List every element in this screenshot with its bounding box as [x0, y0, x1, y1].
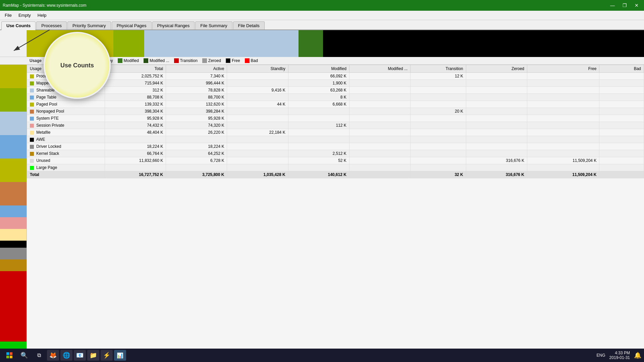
cell-total — [105, 136, 166, 143]
taskbar-lang: ENG — [597, 353, 605, 358]
cell-total: 312 K — [105, 87, 166, 94]
cell-free — [527, 150, 599, 157]
use-counts-table: Usage Total Active Standby Modified Modi… — [27, 65, 644, 178]
cell-usage: Unused — [27, 157, 105, 164]
legend-zeroed: Zeroed — [202, 58, 221, 63]
taskbar-app3[interactable]: 📧 — [74, 350, 86, 361]
cell-bad — [599, 87, 644, 94]
col-header-modified2[interactable]: Modified ... — [349, 65, 410, 73]
cell-total: 11,832,660 K — [105, 157, 166, 164]
cell-transition — [411, 94, 466, 101]
taskbar-app5[interactable]: ⚡ — [101, 350, 113, 361]
cell-bad — [599, 101, 644, 108]
cell-modified2 — [349, 87, 410, 94]
cell-standby: 22,184 K — [227, 129, 288, 136]
col-header-transition[interactable]: Transition — [411, 65, 466, 73]
tab-priority-summary[interactable]: Priority Summary — [67, 21, 111, 29]
cell-active: 26,220 K — [166, 129, 227, 136]
cell-total: 66,764 K — [105, 150, 166, 157]
cell-bad — [599, 143, 644, 150]
cell-bad — [599, 129, 644, 136]
cell-zeroed — [466, 136, 527, 143]
legend-transition: Transition — [174, 58, 198, 63]
cell-free — [527, 94, 599, 101]
cell-standby: 44 K — [227, 101, 288, 108]
cell-bad — [599, 136, 644, 143]
tab-use-counts[interactable]: Use Counts — [1, 21, 36, 30]
cell-total: 48,404 K — [105, 129, 166, 136]
cell-total: 18,224 K — [105, 143, 166, 150]
task-view-button[interactable]: ⧉ — [32, 350, 46, 361]
col-header-bad[interactable]: Bad — [599, 65, 644, 73]
taskbar-firefox[interactable]: 🦊 — [47, 350, 59, 361]
notification-icon[interactable]: 🔔 — [634, 352, 641, 359]
legend-modified: Modified — [118, 58, 139, 63]
legend-free-label: Free — [232, 58, 240, 63]
taskbar-rammap[interactable]: 📊 — [114, 350, 126, 361]
search-button[interactable]: 🔍 — [17, 350, 31, 361]
menu-empty[interactable]: Empty — [15, 11, 34, 19]
cell-transition: 20 K — [411, 108, 466, 115]
minimize-button[interactable]: — — [608, 2, 617, 9]
cell-free — [527, 129, 599, 136]
table-container[interactable]: Usage Total Active Standby Modified Modi… — [27, 65, 644, 349]
col-header-total[interactable]: Total — [105, 65, 166, 73]
cell-usage: Paged Pool — [27, 101, 105, 108]
tab-physical-pages[interactable]: Physical Pages — [112, 21, 152, 29]
cell-bad — [599, 150, 644, 157]
cell-transition — [411, 157, 466, 164]
tab-file-details[interactable]: File Details — [233, 21, 265, 29]
cell-modified2 — [349, 143, 410, 150]
cell-total-total: 16,727,752 K — [105, 171, 166, 178]
taskbar-chrome[interactable]: 🌐 — [60, 350, 72, 361]
tab-file-summary[interactable]: File Summary — [195, 21, 232, 29]
tab-physical-ranges[interactable]: Physical Ranges — [152, 21, 195, 29]
table-row: AWE — [27, 136, 644, 143]
cell-zeroed — [466, 101, 527, 108]
maximize-button[interactable]: ❐ — [620, 2, 629, 9]
cell-modified — [288, 129, 349, 136]
cell-active: 398,284 K — [166, 108, 227, 115]
cell-zeroed — [466, 87, 527, 94]
cell-free — [527, 108, 599, 115]
cell-free — [527, 80, 599, 87]
start-button[interactable] — [3, 350, 16, 361]
cell-bad — [599, 80, 644, 87]
cell-zeroed — [466, 115, 527, 122]
tab-processes[interactable]: Processes — [36, 21, 67, 29]
cell-total: 2,025,752 K — [105, 73, 166, 80]
col-header-free[interactable]: Free — [527, 65, 599, 73]
cell-bad — [599, 122, 644, 129]
cell-transition: 12 K — [411, 73, 466, 80]
cell-transition — [411, 122, 466, 129]
cell-standby — [227, 164, 288, 171]
cell-modified2 — [349, 101, 410, 108]
col-header-active[interactable]: Active — [166, 65, 227, 73]
cell-modified: 63,268 K — [288, 87, 349, 94]
cell-bad — [599, 108, 644, 115]
col-header-zeroed[interactable]: Zeroed — [466, 65, 527, 73]
cell-total-free: 11,509,204 K — [527, 171, 599, 178]
table-row: Mapped File 715,944 K 996,444 K 1,900 K — [27, 80, 644, 87]
cell-modified2 — [349, 150, 410, 157]
cell-total-bad — [599, 171, 644, 178]
col-header-modified[interactable]: Modified — [288, 65, 349, 73]
taskbar-explorer[interactable]: 📁 — [87, 350, 99, 361]
cell-free: 11,509,204 K — [527, 157, 599, 164]
cell-total-standby: 1,035,428 K — [227, 171, 288, 178]
cell-zeroed — [466, 80, 527, 87]
cell-standby — [227, 143, 288, 150]
menu-file[interactable]: File — [1, 11, 15, 19]
cell-modified — [288, 143, 349, 150]
menu-help[interactable]: Help — [34, 11, 50, 19]
cell-standby — [227, 108, 288, 115]
cell-active: 78,828 K — [166, 87, 227, 94]
cell-bad — [599, 115, 644, 122]
legend-zeroed-label: Zeroed — [208, 58, 221, 63]
col-header-standby[interactable]: Standby — [227, 65, 288, 73]
cell-transition — [411, 87, 466, 94]
close-button[interactable]: ✕ — [632, 2, 641, 9]
window-controls: — ❐ ✕ — [608, 2, 641, 9]
table-row: Kernel Stack 66,764 K 64,252 K 2,512 K — [27, 150, 644, 157]
cell-active: 18,224 K — [166, 143, 227, 150]
